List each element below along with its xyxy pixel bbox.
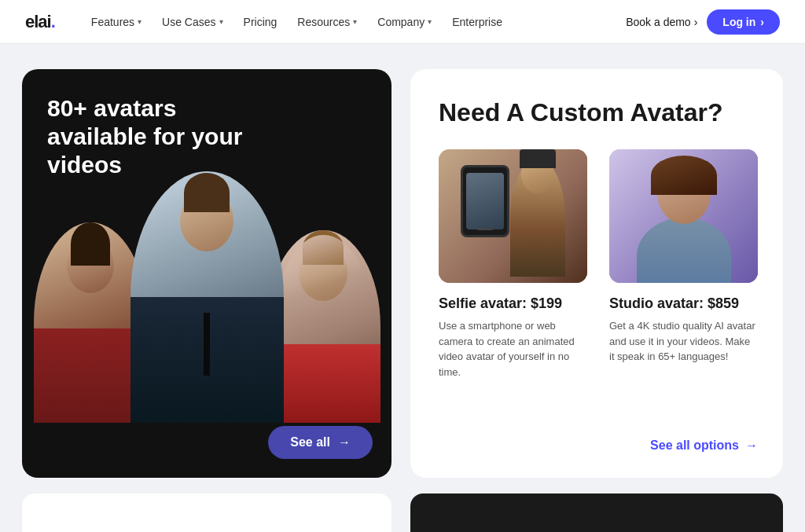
custom-avatar-card: Need A Custom Avatar? (410, 69, 783, 478)
studio-illustration (609, 149, 758, 283)
navigation: elai. Features ▾ Use Cases ▾ Pricing Res… (0, 0, 805, 44)
nav-right: Book a demo › Log in › (626, 9, 780, 35)
arrow-right-icon: › (694, 16, 698, 28)
arrow-right-icon: → (745, 438, 758, 453)
nav-enterprise[interactable]: Enterprise (444, 11, 510, 33)
chevron-down-icon: ▾ (138, 17, 142, 26)
chevron-down-icon: ▾ (353, 17, 357, 26)
avatar-options: Selfie avatar: $199 Use a smartphone or … (439, 149, 758, 420)
nav-use-cases[interactable]: Use Cases ▾ (154, 11, 230, 33)
chevron-down-icon: ▾ (428, 17, 432, 26)
arrow-right-icon: › (760, 16, 764, 28)
studio-avatar-desc: Get a 4K studio quality AI avatar and us… (609, 318, 758, 420)
avatars-group (22, 171, 391, 423)
selfie-avatar-title: Selfie avatar: $199 (439, 295, 587, 312)
avatars-card-title: 80+ avatars available for your videos (47, 94, 267, 179)
avatar-center (130, 171, 284, 423)
nav-features[interactable]: Features ▾ (83, 11, 149, 33)
nav-company[interactable]: Company ▾ (369, 11, 439, 33)
logo[interactable]: elai. (25, 12, 55, 32)
nav-items: Features ▾ Use Cases ▾ Pricing Resources… (83, 11, 604, 33)
nav-pricing[interactable]: Pricing (236, 11, 285, 33)
login-button[interactable]: Log in › (707, 9, 780, 35)
chevron-down-icon: ▾ (219, 17, 223, 26)
bottom-card-left (22, 493, 391, 532)
book-demo-button[interactable]: Book a demo › (626, 16, 697, 28)
studio-avatar-title: Studio avatar: $859 (609, 295, 758, 312)
selfie-illustration (439, 149, 587, 283)
selfie-avatar-photo (439, 149, 587, 283)
custom-avatar-title: Need A Custom Avatar? (439, 97, 758, 127)
selfie-avatar-option: Selfie avatar: $199 Use a smartphone or … (439, 149, 587, 420)
arrow-right-icon: → (338, 435, 351, 449)
bottom-content (0, 478, 805, 532)
studio-avatar-photo (609, 149, 758, 283)
see-all-button[interactable]: See all → (268, 426, 373, 459)
selfie-avatar-desc: Use a smartphone or web camera to create… (439, 318, 587, 420)
logo-dot: . (51, 12, 55, 31)
studio-avatar-option: Studio avatar: $859 Get a 4K studio qual… (609, 149, 758, 420)
main-content: 80+ avatars available for your videos (0, 44, 805, 478)
nav-resources[interactable]: Resources ▾ (289, 11, 365, 33)
avatars-card: 80+ avatars available for your videos (22, 69, 391, 478)
bottom-card-right (410, 493, 783, 532)
logo-text: elai (25, 12, 51, 31)
see-all-options-link[interactable]: See all options → (650, 438, 758, 453)
